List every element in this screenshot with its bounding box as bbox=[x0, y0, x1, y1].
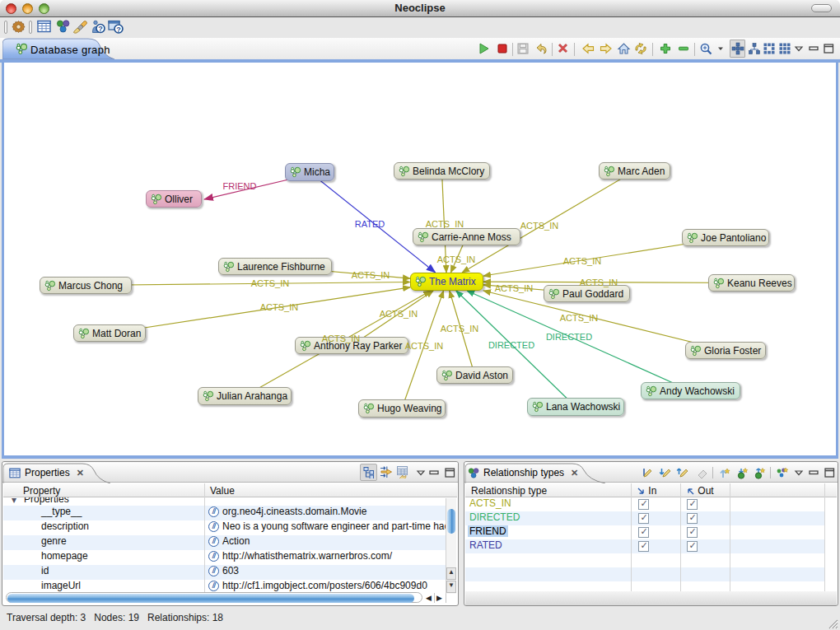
svg-text:ACTS_IN: ACTS_IN bbox=[251, 278, 290, 288]
svg-text:ACTS_IN: ACTS_IN bbox=[322, 334, 361, 343]
svg-text:RATED: RATED bbox=[355, 219, 385, 229]
svg-text:ACTS_IN: ACTS_IN bbox=[563, 256, 602, 266]
svg-text:ACTS_IN: ACTS_IN bbox=[437, 254, 476, 264]
svg-text:ACTS_IN: ACTS_IN bbox=[426, 219, 464, 229]
svg-text:DIRECTED: DIRECTED bbox=[488, 340, 534, 350]
svg-text:ACTS_IN: ACTS_IN bbox=[495, 283, 534, 293]
svg-text:ACTS_IN: ACTS_IN bbox=[560, 313, 599, 323]
svg-text:ACTS_IN: ACTS_IN bbox=[580, 278, 618, 287]
svg-text:ACTS_IN: ACTS_IN bbox=[380, 309, 418, 319]
svg-text:ACTS_IN: ACTS_IN bbox=[260, 302, 299, 312]
svg-text:ACTS_IN: ACTS_IN bbox=[441, 324, 479, 334]
svg-text:ACTS_IN: ACTS_IN bbox=[405, 341, 444, 351]
svg-text:FRIEND: FRIEND bbox=[223, 181, 257, 191]
svg-text:ACTS_IN: ACTS_IN bbox=[520, 221, 559, 231]
svg-text:DIRECTED: DIRECTED bbox=[546, 332, 592, 342]
svg-text:ACTS_IN: ACTS_IN bbox=[352, 270, 390, 280]
